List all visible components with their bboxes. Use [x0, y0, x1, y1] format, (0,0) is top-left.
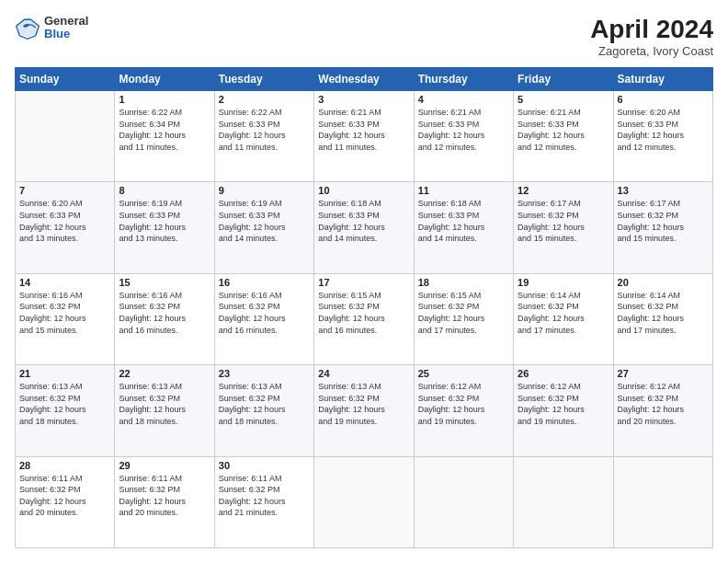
day-number: 8: [119, 185, 210, 196]
table-row: 2Sunrise: 6:22 AMSunset: 6:33 PMDaylight…: [214, 91, 313, 182]
day-info: Sunrise: 6:17 AMSunset: 6:32 PMDaylight:…: [618, 198, 709, 244]
subtitle: Zagoreta, Ivory Coast: [590, 44, 713, 58]
day-number: 12: [518, 185, 609, 196]
day-info: Sunrise: 6:11 AMSunset: 6:32 PMDaylight:…: [119, 473, 210, 519]
day-info: Sunrise: 6:12 AMSunset: 6:32 PMDaylight:…: [418, 381, 509, 427]
calendar-week-row: 28Sunrise: 6:11 AMSunset: 6:32 PMDayligh…: [16, 456, 713, 547]
day-number: 22: [119, 368, 210, 379]
logo-blue: Blue: [44, 28, 88, 40]
day-info: Sunrise: 6:21 AMSunset: 6:33 PMDaylight:…: [418, 107, 509, 153]
day-number: 9: [219, 185, 310, 196]
day-info: Sunrise: 6:21 AMSunset: 6:33 PMDaylight:…: [318, 107, 409, 153]
table-row: 25Sunrise: 6:12 AMSunset: 6:32 PMDayligh…: [414, 365, 513, 456]
table-row: 27Sunrise: 6:12 AMSunset: 6:32 PMDayligh…: [613, 365, 712, 456]
day-info: Sunrise: 6:12 AMSunset: 6:32 PMDaylight:…: [518, 381, 609, 427]
table-row: 11Sunrise: 6:18 AMSunset: 6:33 PMDayligh…: [414, 182, 513, 273]
day-number: 13: [618, 185, 709, 196]
day-number: 11: [418, 185, 509, 196]
day-number: 10: [318, 185, 409, 196]
table-row: 26Sunrise: 6:12 AMSunset: 6:32 PMDayligh…: [514, 365, 613, 456]
day-info: Sunrise: 6:17 AMSunset: 6:32 PMDaylight:…: [518, 198, 609, 244]
day-number: 17: [318, 277, 409, 288]
day-info: Sunrise: 6:11 AMSunset: 6:32 PMDaylight:…: [219, 473, 310, 519]
table-row: 23Sunrise: 6:13 AMSunset: 6:32 PMDayligh…: [214, 365, 313, 456]
table-row: 18Sunrise: 6:15 AMSunset: 6:32 PMDayligh…: [414, 273, 513, 364]
day-info: Sunrise: 6:16 AMSunset: 6:32 PMDaylight:…: [219, 290, 310, 336]
col-tuesday: Tuesday: [214, 68, 313, 91]
day-info: Sunrise: 6:12 AMSunset: 6:32 PMDaylight:…: [618, 381, 709, 427]
day-info: Sunrise: 6:19 AMSunset: 6:33 PMDaylight:…: [219, 198, 310, 244]
table-row: 12Sunrise: 6:17 AMSunset: 6:32 PMDayligh…: [514, 182, 613, 273]
table-row: [314, 456, 414, 547]
day-info: Sunrise: 6:13 AMSunset: 6:32 PMDaylight:…: [19, 381, 110, 427]
day-number: 4: [418, 94, 509, 105]
day-info: Sunrise: 6:18 AMSunset: 6:33 PMDaylight:…: [418, 198, 509, 244]
day-number: 7: [19, 185, 110, 196]
table-row: 6Sunrise: 6:20 AMSunset: 6:33 PMDaylight…: [613, 91, 712, 182]
day-info: Sunrise: 6:13 AMSunset: 6:32 PMDaylight:…: [318, 381, 409, 427]
col-friday: Friday: [514, 68, 613, 91]
table-row: 1Sunrise: 6:22 AMSunset: 6:34 PMDaylight…: [115, 91, 214, 182]
table-row: 4Sunrise: 6:21 AMSunset: 6:33 PMDaylight…: [414, 91, 513, 182]
table-row: 17Sunrise: 6:15 AMSunset: 6:32 PMDayligh…: [314, 273, 414, 364]
table-row: 19Sunrise: 6:14 AMSunset: 6:32 PMDayligh…: [514, 273, 613, 364]
col-monday: Monday: [115, 68, 214, 91]
table-row: 29Sunrise: 6:11 AMSunset: 6:32 PMDayligh…: [115, 456, 214, 547]
day-info: Sunrise: 6:13 AMSunset: 6:32 PMDaylight:…: [119, 381, 210, 427]
table-row: 3Sunrise: 6:21 AMSunset: 6:33 PMDaylight…: [314, 91, 414, 182]
page: General Blue April 2024 Zagoreta, Ivory …: [0, 0, 728, 563]
col-sunday: Sunday: [16, 68, 115, 91]
header: General Blue April 2024 Zagoreta, Ivory …: [15, 15, 713, 58]
col-saturday: Saturday: [613, 68, 712, 91]
table-row: 15Sunrise: 6:16 AMSunset: 6:32 PMDayligh…: [115, 273, 214, 364]
day-number: 26: [518, 368, 609, 379]
logo-general: General: [44, 15, 88, 28]
table-row: [16, 91, 115, 182]
day-info: Sunrise: 6:19 AMSunset: 6:33 PMDaylight:…: [119, 198, 210, 244]
day-info: Sunrise: 6:18 AMSunset: 6:33 PMDaylight:…: [318, 198, 409, 244]
svg-marker-0: [18, 18, 38, 38]
day-info: Sunrise: 6:21 AMSunset: 6:33 PMDaylight:…: [518, 107, 609, 153]
day-info: Sunrise: 6:22 AMSunset: 6:33 PMDaylight:…: [219, 107, 310, 153]
day-number: 16: [219, 277, 310, 288]
day-number: 1: [119, 94, 210, 105]
day-number: 25: [418, 368, 509, 379]
table-row: 22Sunrise: 6:13 AMSunset: 6:32 PMDayligh…: [115, 365, 214, 456]
day-info: Sunrise: 6:14 AMSunset: 6:32 PMDaylight:…: [518, 290, 609, 336]
calendar-week-row: 14Sunrise: 6:16 AMSunset: 6:32 PMDayligh…: [16, 273, 713, 364]
table-row: [514, 456, 613, 547]
day-info: Sunrise: 6:16 AMSunset: 6:32 PMDaylight:…: [19, 290, 110, 336]
day-number: 6: [618, 94, 709, 105]
day-info: Sunrise: 6:16 AMSunset: 6:32 PMDaylight:…: [119, 290, 210, 336]
table-row: 20Sunrise: 6:14 AMSunset: 6:32 PMDayligh…: [613, 273, 712, 364]
day-info: Sunrise: 6:20 AMSunset: 6:33 PMDaylight:…: [19, 198, 110, 244]
table-row: 28Sunrise: 6:11 AMSunset: 6:32 PMDayligh…: [16, 456, 115, 547]
day-number: 30: [219, 460, 310, 471]
day-info: Sunrise: 6:15 AMSunset: 6:32 PMDaylight:…: [418, 290, 509, 336]
table-row: 9Sunrise: 6:19 AMSunset: 6:33 PMDaylight…: [214, 182, 313, 273]
table-row: 30Sunrise: 6:11 AMSunset: 6:32 PMDayligh…: [214, 456, 313, 547]
day-number: 3: [318, 94, 409, 105]
col-wednesday: Wednesday: [314, 68, 414, 91]
calendar-table: Sunday Monday Tuesday Wednesday Thursday…: [15, 67, 713, 548]
day-number: 18: [418, 277, 509, 288]
table-row: 13Sunrise: 6:17 AMSunset: 6:32 PMDayligh…: [613, 182, 712, 273]
calendar-week-row: 7Sunrise: 6:20 AMSunset: 6:33 PMDaylight…: [16, 182, 713, 273]
table-row: 10Sunrise: 6:18 AMSunset: 6:33 PMDayligh…: [314, 182, 414, 273]
logo-icon: [15, 15, 40, 40]
day-number: 27: [618, 368, 709, 379]
day-info: Sunrise: 6:11 AMSunset: 6:32 PMDaylight:…: [19, 473, 110, 519]
table-row: [414, 456, 513, 547]
col-thursday: Thursday: [414, 68, 513, 91]
day-info: Sunrise: 6:20 AMSunset: 6:33 PMDaylight:…: [618, 107, 709, 153]
day-number: 20: [618, 277, 709, 288]
day-info: Sunrise: 6:15 AMSunset: 6:32 PMDaylight:…: [318, 290, 409, 336]
calendar-header-row: Sunday Monday Tuesday Wednesday Thursday…: [16, 68, 713, 91]
day-info: Sunrise: 6:22 AMSunset: 6:34 PMDaylight:…: [119, 107, 210, 153]
calendar-week-row: 1Sunrise: 6:22 AMSunset: 6:34 PMDaylight…: [16, 91, 713, 182]
day-number: 14: [19, 277, 110, 288]
day-number: 19: [518, 277, 609, 288]
day-number: 29: [119, 460, 210, 471]
day-number: 24: [318, 368, 409, 379]
day-info: Sunrise: 6:13 AMSunset: 6:32 PMDaylight:…: [219, 381, 310, 427]
